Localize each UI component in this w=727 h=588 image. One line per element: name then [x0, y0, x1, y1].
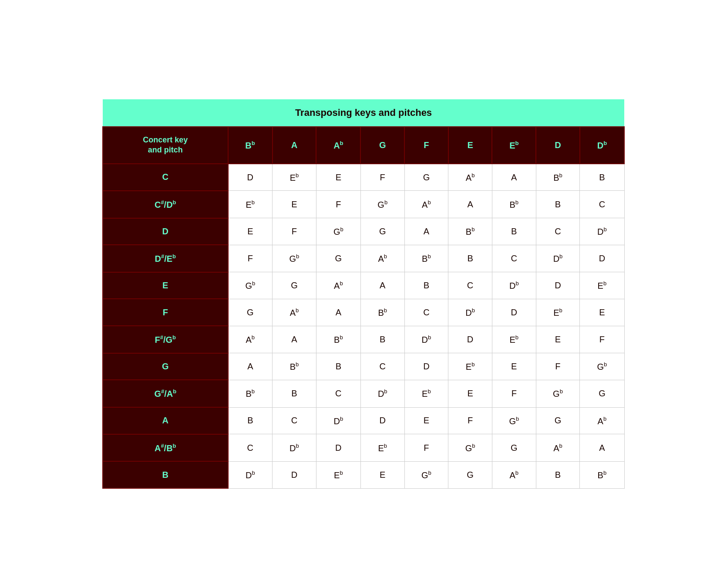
cell-1-6: Bb — [492, 191, 536, 218]
cell-7-3: C — [360, 353, 404, 380]
cell-2-4: A — [404, 218, 448, 245]
row-label-5: F — [103, 299, 228, 326]
cell-8-7: Gb — [536, 380, 580, 407]
cell-4-4: B — [404, 272, 448, 299]
cell-3-6: C — [492, 245, 536, 272]
cell-0-5: Ab — [448, 164, 492, 191]
cell-3-3: Ab — [360, 245, 404, 272]
cell-1-1: E — [273, 191, 316, 218]
cell-2-5: Bb — [448, 218, 492, 245]
cell-4-5: C — [448, 272, 492, 299]
cell-10-0: C — [228, 434, 273, 462]
cell-7-1: Bb — [273, 353, 316, 380]
table-row: F#/GbAbABbBDbDEbEF — [103, 326, 624, 353]
row-label-11: B — [103, 461, 228, 488]
col-header-5: E — [448, 127, 492, 164]
cell-0-7: Bb — [536, 164, 580, 191]
cell-3-1: Gb — [273, 245, 316, 272]
cell-3-5: B — [448, 245, 492, 272]
table-row: C#/DbEbEFGbAbABbBC — [103, 191, 624, 218]
cell-6-6: Eb — [492, 326, 536, 353]
cell-11-5: G — [448, 461, 492, 488]
cell-6-8: F — [580, 326, 624, 353]
cell-1-8: C — [580, 191, 624, 218]
cell-8-0: Bb — [228, 380, 273, 407]
cell-11-0: Db — [228, 461, 273, 488]
cell-0-2: E — [316, 164, 360, 191]
col-header-1: A — [273, 127, 316, 164]
cell-2-7: C — [536, 218, 580, 245]
row-label-6: F#/Gb — [103, 326, 228, 353]
row-label-10: A#/Bb — [103, 434, 228, 462]
cell-5-5: Db — [448, 299, 492, 326]
transposing-table: Transposing keys and pitchesConcert keya… — [102, 99, 625, 489]
row-label-0: C — [103, 164, 228, 191]
cell-7-8: Gb — [580, 353, 624, 380]
cell-0-0: D — [228, 164, 273, 191]
cell-10-8: A — [580, 434, 624, 462]
cell-6-7: E — [536, 326, 580, 353]
col-header-8: Db — [580, 127, 624, 164]
cell-9-0: B — [228, 407, 273, 434]
cell-3-0: F — [228, 245, 273, 272]
cell-11-1: D — [273, 461, 316, 488]
cell-4-2: Ab — [316, 272, 360, 299]
cell-8-6: F — [492, 380, 536, 407]
cell-9-3: D — [360, 407, 404, 434]
cell-9-1: C — [273, 407, 316, 434]
table-row: BDbDEbEGbGAbBBb — [103, 461, 624, 488]
col-header-7: D — [536, 127, 580, 164]
cell-7-6: E — [492, 353, 536, 380]
cell-8-3: Db — [360, 380, 404, 407]
cell-6-5: D — [448, 326, 492, 353]
col-header-3: G — [360, 127, 404, 164]
cell-3-7: Db — [536, 245, 580, 272]
cell-8-4: Eb — [404, 380, 448, 407]
cell-1-2: F — [316, 191, 360, 218]
table-row: DEFGbGABbBCDb — [103, 218, 624, 245]
cell-5-3: Bb — [360, 299, 404, 326]
cell-7-7: F — [536, 353, 580, 380]
cell-8-8: G — [580, 380, 624, 407]
cell-11-7: B — [536, 461, 580, 488]
cell-4-7: D — [536, 272, 580, 299]
col-header-2: Ab — [316, 127, 360, 164]
cell-3-4: Bb — [404, 245, 448, 272]
cell-4-1: G — [273, 272, 316, 299]
cell-9-5: F — [448, 407, 492, 434]
cell-9-4: E — [404, 407, 448, 434]
cell-9-2: Db — [316, 407, 360, 434]
cell-5-0: G — [228, 299, 273, 326]
cell-2-2: Gb — [316, 218, 360, 245]
table-row: G#/AbBbBCDbEbEFGbG — [103, 380, 624, 407]
main-title: Transposing keys and pitches — [103, 99, 624, 127]
cell-8-2: C — [316, 380, 360, 407]
table-row: A#/BbCDbDEbFGbGAbA — [103, 434, 624, 462]
cell-11-8: Bb — [580, 461, 624, 488]
cell-1-7: B — [536, 191, 580, 218]
cell-7-2: B — [316, 353, 360, 380]
row-label-3: D#/Eb — [103, 245, 228, 272]
corner-label: Concert keyand pitch — [103, 127, 228, 164]
cell-6-0: Ab — [228, 326, 273, 353]
cell-2-6: B — [492, 218, 536, 245]
cell-0-8: B — [580, 164, 624, 191]
cell-10-5: Gb — [448, 434, 492, 462]
cell-3-8: D — [580, 245, 624, 272]
cell-1-0: Eb — [228, 191, 273, 218]
cell-1-4: Ab — [404, 191, 448, 218]
cell-6-3: B — [360, 326, 404, 353]
cell-8-1: B — [273, 380, 316, 407]
cell-9-8: Ab — [580, 407, 624, 434]
cell-0-4: G — [404, 164, 448, 191]
cell-2-3: G — [360, 218, 404, 245]
row-label-7: G — [103, 353, 228, 380]
cell-10-1: Db — [273, 434, 316, 462]
cell-4-6: Db — [492, 272, 536, 299]
table-row: EGbGAbABCDbDEb — [103, 272, 624, 299]
cell-3-2: G — [316, 245, 360, 272]
table-row: D#/EbFGbGAbBbBCDbD — [103, 245, 624, 272]
cell-11-2: Eb — [316, 461, 360, 488]
cell-9-7: G — [536, 407, 580, 434]
cell-11-3: E — [360, 461, 404, 488]
